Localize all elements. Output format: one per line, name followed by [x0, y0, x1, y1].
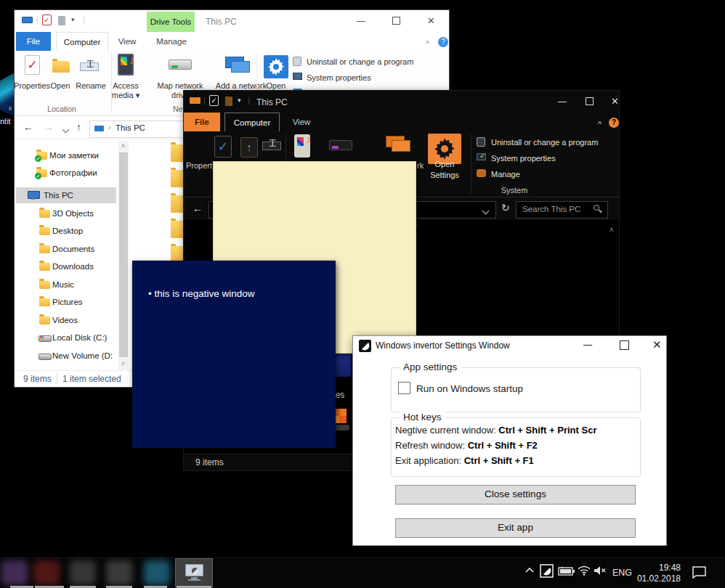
drive-led	[171, 65, 178, 68]
scroll-down-icon[interactable]: ˅	[121, 360, 125, 367]
up-icon[interactable]: ↑	[76, 121, 81, 133]
tray-expand-icon[interactable]	[524, 567, 535, 574]
breadcrumb[interactable]: This PC	[116, 123, 145, 132]
maximize-button[interactable]	[586, 97, 594, 107]
back-icon[interactable]: ←	[23, 121, 33, 133]
system-properties-item[interactable]: System properties	[307, 73, 371, 82]
sidebar-item-documents[interactable]: Documents	[15, 241, 116, 257]
scroll-up-icon[interactable]: ˄	[609, 226, 614, 234]
run-on-startup-checkbox[interactable]	[398, 382, 410, 394]
uninstall-icon	[477, 137, 485, 147]
taskbar-app-button[interactable]	[144, 560, 170, 585]
folder-up-icon[interactable]: ↑	[240, 137, 258, 158]
hotkey-row-negative: Negtive current window: Ctrl + Shift + P…	[395, 425, 596, 436]
sidebar-item-notes[interactable]: ✓Мои заметки	[15, 147, 116, 163]
scrollbar-thumb[interactable]	[119, 152, 128, 357]
sidebar-item-this-pc[interactable]: This PC	[15, 187, 116, 203]
qat-new-folder-icon[interactable]	[58, 16, 65, 25]
tab-computer[interactable]: Computer	[56, 32, 108, 52]
tab-computer[interactable]: Computer	[224, 113, 280, 132]
minimize-button[interactable]: —	[357, 16, 365, 26]
open-folder-icon[interactable]	[52, 61, 70, 73]
close-button[interactable]: ✕	[652, 338, 662, 351]
taskbar-app-button[interactable]	[106, 560, 132, 585]
access-media-button[interactable]: Access	[108, 81, 144, 90]
minimize-button[interactable]: —	[558, 97, 567, 107]
qat-properties-icon[interactable]: ✓	[42, 15, 52, 25]
maximize-button[interactable]	[392, 17, 400, 27]
sidebar-item-videos[interactable]: Videos	[15, 312, 116, 328]
ribbon-collapse-icon[interactable]: ^	[426, 39, 429, 48]
manage-item[interactable]: Manage	[491, 170, 520, 179]
address-dropdown-icon[interactable]	[483, 206, 488, 215]
clock-date[interactable]: 01.02.2018	[633, 573, 681, 584]
settings-window: Windows invertor Settings Window — ✕ App…	[352, 335, 667, 546]
monitor-icon	[185, 564, 203, 576]
volume-muted-icon[interactable]	[594, 565, 607, 576]
run-on-startup-label[interactable]: Run on Windows startup	[416, 383, 523, 394]
close-button[interactable]: ✕	[611, 96, 619, 107]
settings-window-title: Windows invertor Settings Window	[376, 340, 510, 351]
close-button[interactable]: ✕	[427, 15, 435, 26]
sidebar-item-photos[interactable]: ✓Фотографии	[15, 165, 116, 181]
wifi-icon[interactable]	[578, 565, 591, 576]
open-settings-button[interactable]: Open	[428, 160, 461, 168]
sidebar-item-new-volume-d[interactable]: New Volume (D:	[15, 348, 116, 364]
taskbar-invertor-button-active[interactable]	[175, 558, 213, 587]
exit-app-button[interactable]: Exit app	[395, 518, 636, 538]
taskbar-app-button[interactable]	[1, 560, 28, 585]
search-placeholder[interactable]: Search This PC	[522, 205, 580, 213]
sidebar-item-downloads[interactable]: Downloads	[15, 258, 116, 274]
sidebar-item-3d-objects[interactable]: 3D Objects	[15, 205, 116, 221]
taskbar-app-button[interactable]	[33, 560, 60, 585]
desktop-fragment-small: II	[9, 106, 12, 111]
ribbon-collapse-icon[interactable]: ^	[598, 120, 602, 128]
tray-invertor-icon[interactable]	[540, 564, 554, 578]
qat-dropdown-icon[interactable]: ▾	[71, 16, 75, 23]
tab-file[interactable]: File	[16, 32, 51, 51]
taskbar-app-button[interactable]	[70, 560, 96, 585]
sidebar-item-pictures[interactable]: Pictures	[15, 294, 116, 310]
window-title: This PC	[256, 97, 288, 107]
refresh-icon[interactable]: ↻	[501, 202, 510, 213]
qat-folder-icon[interactable]	[225, 97, 232, 106]
properties-label-fragment[interactable]: Propert	[186, 161, 212, 170]
gear-icon	[267, 58, 285, 75]
drive-tools-contextual-tab[interactable]: Drive Tools	[147, 12, 195, 32]
tab-manage[interactable]: Manage	[150, 32, 193, 51]
sidebar-item-local-disk-c[interactable]: Local Disk (C:)	[15, 330, 116, 346]
tab-file[interactable]: File	[184, 113, 220, 131]
close-settings-button[interactable]: Close settings	[395, 485, 636, 505]
help-icon[interactable]: ?	[438, 37, 448, 47]
action-center-icon[interactable]	[692, 565, 707, 579]
qat-properties-icon[interactable]: ✓	[209, 95, 219, 106]
system-properties-item[interactable]: System properties	[491, 154, 556, 163]
clock-time[interactable]: 19:48	[639, 563, 681, 573]
music-note-icon: ♪	[129, 54, 135, 66]
sidebar-item-desktop[interactable]: Desktop	[15, 223, 116, 239]
properties-icon[interactable]: ✓	[25, 55, 40, 75]
properties-icon[interactable]: ✓	[214, 136, 232, 158]
sidebar-item-music[interactable]: Music	[15, 277, 116, 293]
uninstall-program-item[interactable]: Uninstall or change a program	[307, 57, 413, 66]
maximize-button[interactable]	[620, 340, 629, 352]
battery-icon[interactable]	[558, 566, 575, 576]
open-settings-tile[interactable]	[264, 55, 288, 78]
minimize-button[interactable]: —	[583, 340, 592, 350]
tab-view[interactable]: View	[284, 113, 319, 131]
forward-icon[interactable]: →	[44, 121, 54, 133]
scroll-up-icon[interactable]: ˄	[121, 142, 125, 150]
recent-locations-icon[interactable]	[63, 125, 68, 134]
back-icon[interactable]: ←	[193, 203, 203, 214]
system-properties-check: ✓	[296, 71, 301, 79]
negative-window[interactable]: • this is negative window	[132, 261, 336, 448]
windows-logo-icon	[40, 336, 44, 340]
rename-button[interactable]: Rename	[73, 81, 109, 90]
tab-view[interactable]: View	[110, 32, 145, 51]
open-settings-button[interactable]: Open	[259, 81, 293, 90]
language-indicator[interactable]: ENG	[612, 568, 632, 578]
uninstall-program-item[interactable]: Uninstall or change a program	[491, 138, 598, 147]
qat-dropdown-icon[interactable]: ▾	[238, 97, 241, 104]
help-icon[interactable]: ?	[609, 118, 619, 128]
map-network-drive-button[interactable]: Map network	[156, 81, 204, 90]
